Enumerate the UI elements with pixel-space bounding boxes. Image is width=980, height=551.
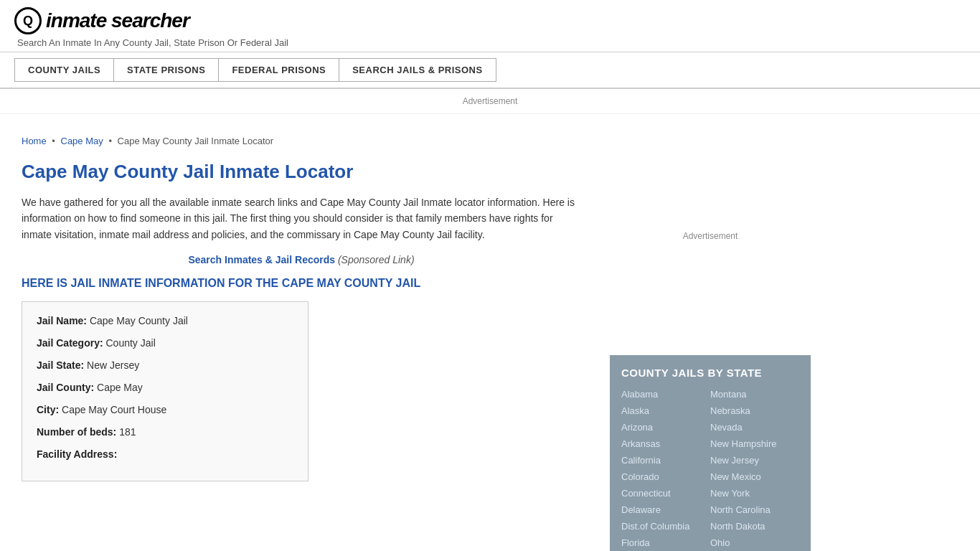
info-row-jail-name: Jail Name: Cape May County Jail (37, 314, 293, 329)
jail-county-label: Jail County: (37, 382, 94, 393)
state-box-title: COUNTY JAILS BY STATE (621, 367, 799, 379)
address-label: Facility Address: (37, 448, 117, 460)
info-row-jail-category: Jail Category: County Jail (37, 336, 293, 351)
main-layout: Home • Cape May • Cape May County Jail I… (0, 121, 980, 551)
sponsored-note: (Sponsored Link) (338, 254, 415, 265)
city-value: Cape May Court House (62, 404, 166, 415)
state-link-nebraska[interactable]: Nebraska (710, 404, 799, 418)
ad-bar-top: Advertisement (0, 89, 980, 114)
state-link-ohio[interactable]: Ohio (710, 536, 799, 550)
breadcrumb-home[interactable]: Home (22, 136, 47, 146)
breadcrumb: Home • Cape May • Cape May County Jail I… (22, 136, 581, 146)
logo-icon: Q (14, 7, 42, 34)
state-link-new-york[interactable]: New York (710, 486, 799, 500)
state-link-new-jersey[interactable]: New Jersey (710, 453, 799, 467)
state-link-north-dakota[interactable]: North Dakota (710, 519, 799, 533)
jail-category-value: County Jail (105, 337, 155, 349)
sidebar-ad: Advertisement (603, 128, 818, 344)
nav-county-jails[interactable]: COUNTY JAILS (14, 58, 113, 82)
content-area: Home • Cape May • Cape May County Jail I… (0, 121, 603, 551)
beds-label: Number of beds: (37, 426, 116, 438)
breadcrumb-current: Cape May County Jail Inmate Locator (118, 136, 274, 146)
sponsored-link[interactable]: Search Inmates & Jail Records (188, 254, 335, 265)
info-row-city: City: Cape May Court House (37, 402, 293, 418)
header: Q inmate searcher Search An Inmate In An… (0, 0, 980, 52)
nav-federal-prisons[interactable]: FEDERAL PRISONS (218, 58, 339, 82)
jail-category-label: Jail Category: (37, 337, 103, 349)
jail-county-value: Cape May (97, 382, 143, 393)
info-row-beds: Number of beds: 181 (37, 425, 293, 440)
jail-name-value: Cape May County Jail (90, 315, 188, 326)
nav-bar: COUNTY JAILS STATE PRISONS FEDERAL PRISO… (0, 52, 980, 89)
state-box: COUNTY JAILS BY STATE AlabamaAlaskaArizo… (610, 355, 811, 551)
logo-area: Q inmate searcher (14, 7, 966, 34)
jail-state-label: Jail State: (37, 359, 84, 371)
sponsored-link-area: Search Inmates & Jail Records (Sponsored… (22, 254, 581, 265)
state-link-north-carolina[interactable]: North Carolina (710, 503, 799, 517)
state-link-california[interactable]: California (621, 453, 710, 467)
state-link-arizona[interactable]: Arizona (621, 420, 710, 434)
info-row-jail-state: Jail State: New Jersey (37, 358, 293, 373)
nav-state-prisons[interactable]: STATE PRISONS (113, 58, 218, 82)
info-box: Jail Name: Cape May County Jail Jail Cat… (22, 301, 308, 481)
state-link-new-mexico[interactable]: New Mexico (710, 470, 799, 484)
state-link-alaska[interactable]: Alaska (621, 404, 710, 418)
page-description: We have gathered for you all the availab… (22, 194, 581, 242)
beds-value: 181 (119, 426, 136, 438)
state-columns: AlabamaAlaskaArizonaArkansasCaliforniaCo… (621, 387, 799, 551)
state-col-left: AlabamaAlaskaArizonaArkansasCaliforniaCo… (621, 387, 710, 551)
info-row-jail-county: Jail County: Cape May (37, 380, 293, 395)
state-col-right: MontanaNebraskaNevadaNew HampshireNew Je… (710, 387, 799, 551)
state-link-florida[interactable]: Florida (621, 536, 710, 550)
state-link-alabama[interactable]: Alabama (621, 387, 710, 401)
state-link-new-hampshire[interactable]: New Hampshire (710, 437, 799, 451)
section-header: HERE IS JAIL INMATE INFORMATION FOR THE … (22, 277, 581, 290)
nav-search-jails[interactable]: SEARCH JAILS & PRISONS (339, 58, 496, 82)
state-link-arkansas[interactable]: Arkansas (621, 437, 710, 451)
logo-text: inmate searcher (46, 9, 189, 32)
state-link-delaware[interactable]: Delaware (621, 503, 710, 517)
state-link-montana[interactable]: Montana (710, 387, 799, 401)
tagline: Search An Inmate In Any County Jail, Sta… (17, 37, 966, 48)
city-label: City: (37, 404, 59, 415)
breadcrumb-sep-2: • (108, 136, 112, 146)
breadcrumb-parent[interactable]: Cape May (61, 136, 103, 146)
page-title: Cape May County Jail Inmate Locator (22, 161, 581, 183)
state-link-dist.of-columbia[interactable]: Dist.of Columbia (621, 519, 710, 533)
sidebar: Advertisement COUNTY JAILS BY STATE Alab… (603, 121, 818, 551)
state-link-colorado[interactable]: Colorado (621, 470, 710, 484)
info-row-address: Facility Address: (37, 447, 293, 462)
breadcrumb-sep-1: • (52, 136, 55, 146)
state-link-connecticut[interactable]: Connecticut (621, 486, 710, 500)
sidebar-ad-label: Advertisement (683, 231, 738, 241)
jail-name-label: Jail Name: (37, 315, 87, 326)
jail-state-value: New Jersey (87, 359, 139, 371)
state-link-nevada[interactable]: Nevada (710, 420, 799, 434)
